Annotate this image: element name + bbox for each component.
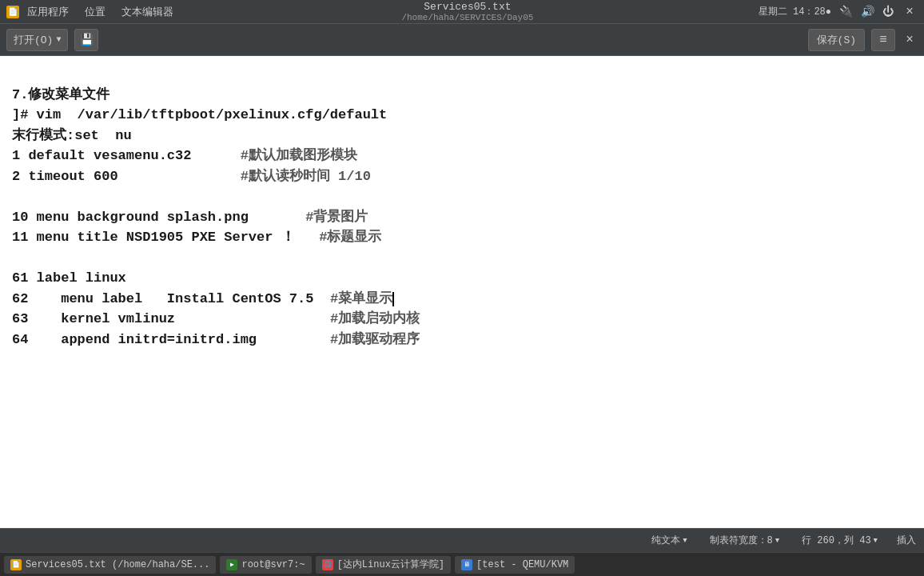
taskbar-item-vm[interactable]: 🖥 [test - QEMU/KVM (455, 556, 575, 574)
title-bar-left: 📄 应用程序 位置 文本编辑器 (6, 3, 177, 21)
open-label: 打开(O) (14, 33, 53, 47)
taskbar-terminal-icon: ▶ (226, 559, 237, 570)
title-bar-right: 星期二 14：28● 🔌 🔊 ⏻ × (759, 4, 918, 20)
insert-mode: 插入 (897, 534, 916, 547)
taskbar-vm-label: [test - QEMU/KVM (476, 559, 568, 570)
menu-editor[interactable]: 文本编辑器 (118, 3, 177, 21)
text-type-dropdown[interactable]: 纯文本 ▼ (648, 532, 690, 549)
taskbar-item-terminal[interactable]: ▶ root@svr7:~ (220, 556, 311, 574)
taskbar-terminal-label: root@svr7:~ (241, 559, 305, 570)
close-button[interactable]: × (902, 4, 918, 20)
taskbar-item-editor[interactable]: 📄 Services05.txt (/home/haha/SE... (4, 556, 216, 574)
save-button[interactable]: 保存(S) (808, 29, 865, 51)
tab-width-label: 制表符宽度：8 (710, 534, 773, 547)
open-dropdown-icon: ▼ (56, 35, 61, 44)
taskbar-browser-label: [达内Linux云计算学院] (337, 558, 444, 571)
taskbar-editor-label: Services05.txt (/home/haha/SE... (26, 559, 209, 570)
clock: 星期二 14：28● (759, 5, 831, 18)
window-title: Services05.txt (177, 1, 759, 13)
menu-location[interactable]: 位置 (82, 3, 109, 21)
text-type-label: 纯文本 (651, 534, 680, 547)
volume-icon: 🔊 (861, 5, 874, 18)
open-button[interactable]: 打开(O) ▼ (6, 29, 68, 51)
power-icon: ⏻ (882, 6, 894, 18)
position-arrow: ▼ (874, 537, 878, 545)
status-bar-right: 纯文本 ▼ 制表符宽度：8 ▼ 行 260，列 43 ▼ 插入 (648, 532, 916, 549)
title-bar-menu: 应用程序 位置 文本编辑器 (24, 3, 177, 21)
tab-width-dropdown[interactable]: 制表符宽度：8 ▼ (707, 532, 783, 549)
network-icon: 🔌 (839, 5, 853, 18)
taskbar-item-browser[interactable]: 🌐 [达内Linux云计算学院] (316, 556, 451, 574)
editor-content: 7.修改菜单文件 ]# vim /var/lib/tftpboot/pxelin… (12, 64, 912, 390)
line-heading: 7.修改菜单文件 ]# vim /var/lib/tftpboot/pxelin… (12, 87, 420, 347)
title-bar: 📄 应用程序 位置 文本编辑器 Services05.txt /home/hah… (0, 0, 924, 24)
tab-width-arrow: ▼ (775, 537, 779, 545)
text-type-arrow: ▼ (683, 537, 687, 545)
taskbar-vm-icon: 🖥 (461, 559, 472, 570)
menu-app[interactable]: 应用程序 (24, 3, 72, 21)
window-path: /home/haha/SERVICES/Day05 (177, 13, 759, 22)
taskbar-browser-icon: 🌐 (322, 559, 333, 570)
app-icon: 📄 (6, 6, 19, 18)
editor-area[interactable]: 7.修改菜单文件 ]# vim /var/lib/tftpboot/pxelin… (0, 56, 924, 528)
taskbar: 📄 Services05.txt (/home/haha/SE... ▶ roo… (0, 552, 924, 576)
position-dropdown[interactable]: 行 260，列 43 ▼ (799, 532, 881, 549)
position-label: 行 260，列 43 (802, 534, 870, 547)
menu-button[interactable]: ≡ (871, 29, 895, 51)
save-icon-button[interactable]: 💾 (74, 29, 98, 51)
title-bar-center: Services05.txt /home/haha/SERVICES/Day05 (177, 1, 759, 22)
insert-mode-label: 插入 (897, 534, 916, 547)
taskbar-editor-icon: 📄 (10, 559, 22, 570)
toolbar: 打开(O) ▼ 💾 保存(S) ≡ × (0, 24, 924, 56)
status-bar: 纯文本 ▼ 制表符宽度：8 ▼ 行 260，列 43 ▼ 插入 (0, 528, 924, 552)
toolbar-close-button[interactable]: × (902, 32, 918, 48)
